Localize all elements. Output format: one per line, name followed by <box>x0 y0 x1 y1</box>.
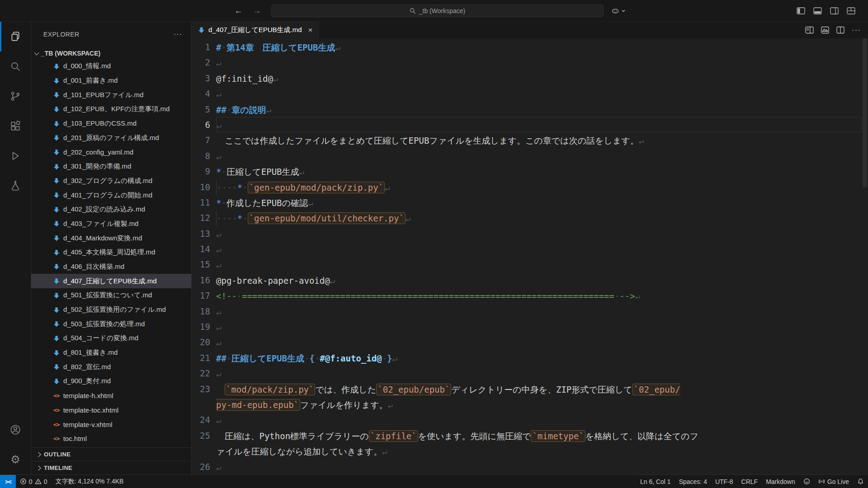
forward-icon[interactable]: → <box>253 6 261 16</box>
file-item[interactable]: d_405_本文構築_周辺処理.md <box>31 245 191 260</box>
line-content[interactable]: ↵ <box>216 319 862 334</box>
file-item[interactable]: <>template-v.xhtml <box>31 417 191 432</box>
file-item[interactable]: d_404_Markdown変換.md <box>31 231 191 245</box>
toggle-secondary-sidebar-icon[interactable] <box>830 7 839 14</box>
activity-explorer[interactable] <box>0 22 31 52</box>
indentation-status[interactable]: Spaces: 4 <box>675 475 711 488</box>
line-content[interactable]: ↵ <box>216 55 862 70</box>
file-item[interactable]: d_403_ファイル複製.md <box>31 217 191 231</box>
split-editor-icon[interactable] <box>836 26 844 34</box>
line-content[interactable]: ····*·`gen-epub/mod/pack/zip.py`↵ <box>216 179 862 195</box>
line-content[interactable]: ↵ <box>216 334 862 350</box>
file-item[interactable]: d_000_情報.md <box>31 59 191 74</box>
editor-scrollbar[interactable] <box>862 38 868 474</box>
file-item[interactable]: d_502_拡張置換用のファイル.md <box>31 303 191 317</box>
file-item[interactable]: d_001_前書き.md <box>31 74 191 88</box>
activity-extensions[interactable] <box>0 111 31 141</box>
tab-active[interactable]: d_407_圧縮してEPUB生成.md × <box>192 22 319 38</box>
language-mode[interactable]: Markdown <box>762 475 799 488</box>
feedback-button[interactable] <box>799 475 814 488</box>
file-item[interactable]: d_801_後書き.md <box>31 346 191 360</box>
go-live-button[interactable]: Go Live <box>814 475 853 488</box>
file-name: d_503_拡張置換の処理.md <box>63 320 145 328</box>
copilot-menu[interactable] <box>611 5 626 17</box>
file-item[interactable]: d_402_設定の読み込み.md <box>31 202 191 217</box>
file-item[interactable]: d_202_config_yaml.md <box>31 145 191 160</box>
line-content[interactable]: 圧縮は、Python標準ライブラリーの`zipfile`を使います。先頭に無圧縮… <box>216 428 862 443</box>
markdown-preview-icon[interactable] <box>821 26 829 34</box>
notifications-button[interactable] <box>853 475 868 488</box>
command-center-search[interactable]: _tb (Workspace) <box>271 5 604 17</box>
editor-pane[interactable]: 1#·第14章 圧縮してEPUB生成↵2↵3@f:init_id@↵4↵5##·… <box>192 38 868 474</box>
file-item[interactable]: d_900_奥付.md <box>31 374 191 389</box>
file-item[interactable]: d_201_原稿のファイル構成.md <box>31 131 191 145</box>
file-item[interactable]: d_504_コードの変換.md <box>31 331 191 346</box>
file-item[interactable]: d_101_EPUBファイル.md <box>31 88 191 102</box>
account-button[interactable] <box>0 415 31 445</box>
timeline-section-header[interactable]: TIMELINE <box>31 461 191 474</box>
file-item[interactable]: d_501_拡張置換について.md <box>31 288 191 303</box>
activity-run-debug[interactable] <box>0 141 31 171</box>
markdown-file-icon <box>53 263 60 270</box>
file-item[interactable]: d_406_目次構築.md <box>31 260 191 274</box>
line-content[interactable]: ##·章の説明↵ <box>216 102 862 117</box>
line-content[interactable]: *·作成したEPUBの確認↵ <box>216 195 862 210</box>
open-preview-side-icon[interactable] <box>805 26 814 34</box>
activity-source-control[interactable] <box>0 81 31 111</box>
line-content[interactable]: @f:init_id@↵ <box>216 70 862 86</box>
remote-indicator[interactable]: >< <box>0 475 16 488</box>
line-content[interactable]: *·圧縮してEPUB生成↵ <box>216 164 862 179</box>
line-content[interactable]: #·第14章 圧縮してEPUB生成↵ <box>216 39 862 55</box>
back-icon[interactable]: ← <box>234 6 243 16</box>
line-content[interactable]: ##·圧縮してEPUB生成·{·#@f:auto_id@·}↵ <box>216 350 862 366</box>
line-content[interactable]: <!--·===================================… <box>216 288 862 303</box>
line-content[interactable]: ↵ <box>216 366 862 381</box>
file-item[interactable]: d_301_開発の準備.md <box>31 160 191 174</box>
feedback-icon <box>803 478 810 485</box>
charcount-status[interactable]: 文字数: 4,124 0% 7.4KB <box>51 475 127 488</box>
line-content[interactable]: ァイルを圧縮しながら追加していきます。↵ <box>216 443 862 459</box>
eol-status[interactable]: CRLF <box>737 475 762 488</box>
line-content[interactable]: ↵ <box>216 148 862 164</box>
file-item[interactable]: d_802_宣伝.md <box>31 360 191 374</box>
line-content[interactable]: ↵ <box>216 241 862 257</box>
close-icon[interactable]: × <box>308 26 313 35</box>
more-actions-icon[interactable]: ··· <box>852 26 861 35</box>
file-item[interactable]: <>template-h.xhtml <box>31 389 191 403</box>
line-content[interactable]: ↵ <box>216 86 862 101</box>
line-content[interactable]: @pg-break-paper-avoid@↵ <box>216 272 862 288</box>
file-item[interactable]: d_302_プログラムの構成.md <box>31 174 191 188</box>
line-content[interactable]: ↵ <box>216 412 862 427</box>
activity-testing[interactable] <box>0 171 31 201</box>
cursor-position[interactable]: Ln 6, Col 1 <box>636 475 675 488</box>
line-content[interactable]: ↵ <box>216 257 862 272</box>
file-item[interactable]: d_401_プログラムの開始.md <box>31 188 191 202</box>
line-content[interactable]: ↵ <box>216 459 862 474</box>
scrollbar-thumb[interactable] <box>863 38 867 188</box>
file-item[interactable]: <>template-toc.xhtml <box>31 403 191 418</box>
file-item[interactable]: <>toc.html <box>31 432 191 446</box>
file-item[interactable]: d_503_拡張置換の処理.md <box>31 317 191 331</box>
chevron-right-icon <box>36 452 41 457</box>
line-content[interactable]: ↵ <box>216 226 862 241</box>
line-content[interactable]: ····*·`gen-epub/mod/util/checker.py`↵ <box>216 210 862 225</box>
file-item[interactable]: d_102_EPUB、KPFの注意事項.md <box>31 102 191 117</box>
workspace-section-header[interactable]: _TB (WORKSPACE) <box>31 47 191 59</box>
line-content[interactable]: ↵ <box>216 117 862 132</box>
charcount-text: 文字数: 4,124 0% 7.4KB <box>55 478 123 486</box>
line-content[interactable]: ↵ <box>216 304 862 319</box>
customize-layout-icon[interactable] <box>847 7 855 14</box>
activity-search[interactable] <box>0 52 31 81</box>
encoding-status[interactable]: UTF-8 <box>711 475 737 488</box>
file-item[interactable]: d_407_圧縮してEPUB生成.md <box>31 274 191 288</box>
line-content[interactable]: `mod/pack/zip.py`では、作成した`02_epub/epub`ディ… <box>216 381 862 397</box>
settings-button[interactable]: ⚙ <box>0 445 31 474</box>
line-content[interactable]: py-md-epub.epub`ファイルを作ります。↵ <box>216 397 862 412</box>
outline-section-header[interactable]: OUTLINE <box>31 447 191 461</box>
problems-indicator[interactable]: 0 0 <box>16 475 52 488</box>
explorer-more-actions[interactable]: ··· <box>174 30 182 38</box>
toggle-panel-icon[interactable] <box>813 7 822 14</box>
line-content[interactable]: ここでは作成したファイルをまとめて圧縮してEPUBファイルを生成します。この章で… <box>216 132 862 148</box>
toggle-primary-sidebar-icon[interactable] <box>797 7 805 14</box>
file-item[interactable]: d_103_EPUBのCSS.md <box>31 117 191 131</box>
